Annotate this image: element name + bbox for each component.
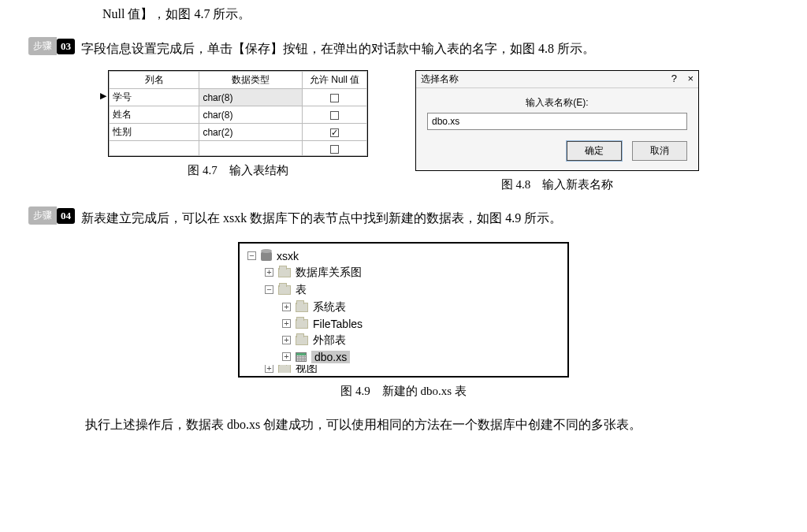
expand-icon[interactable]: + [265,268,273,277]
figure-caption-4-9: 图 4.9 新建的 dbo.xs 表 [16,384,791,399]
tree-label: 表 [296,283,307,297]
tree-label: xsxk [277,250,299,262]
tree-label: dbo.xs [311,351,350,363]
dialog-title: 选择名称 [421,73,459,86]
folder-icon [278,285,291,295]
step-badge-label: 步骤 [28,37,57,55]
cell-type [199,141,303,156]
folder-icon [296,319,308,329]
database-icon [261,251,272,261]
step-badge-04: 步骤 04 [28,206,75,225]
row-marker-icon: ▶ [100,91,106,101]
close-icon[interactable]: × [687,73,694,84]
tree-label: 系统表 [313,300,346,314]
intro-line: Null 值】，如图 4.7 所示。 [102,6,791,23]
tree-node-system-tables[interactable]: + 系统表 [247,299,560,316]
expand-icon[interactable]: + [265,365,273,373]
tree-node-views-cut[interactable]: + 视图 [247,365,560,373]
table-row[interactable]: 性别 char(2) [110,124,367,141]
cell-type: char(2) [199,124,303,141]
closing-paragraph: 执行上述操作后，数据表 dbo.xs 创建成功，可以使用相同的方法在一个数据库中… [60,413,763,437]
table-row[interactable]: 姓名 char(8) [110,106,367,124]
folder-icon [296,303,308,312]
tree-label: 数据库关系图 [296,266,362,280]
step-badge-label: 步骤 [28,206,57,225]
ok-button[interactable]: 确定 [567,141,622,161]
tree-view: − xsxk + 数据库关系图 − 表 + 系统表 + [238,242,569,378]
tree-label: 外部表 [313,333,346,348]
folder-icon [278,365,291,373]
step03-text: 字段信息设置完成后，单击【保存】按钮，在弹出的对话款中输入表的名字，如图 4.8… [81,37,791,61]
expand-icon[interactable]: + [282,319,291,328]
step-badge-03: 步骤 03 [28,37,75,55]
tree-node-filetables[interactable]: + FileTables [247,316,560,332]
dialog-prompt-label: 输入表名称(E): [427,96,687,110]
table-row[interactable] [110,141,367,156]
cell-name: 学号 [113,91,132,102]
step-badge-num: 03 [57,39,75,54]
cell-type: char(8) [199,106,303,124]
checkbox-null[interactable] [330,128,339,137]
cell-name [110,141,199,156]
cancel-button[interactable]: 取消 [632,141,687,161]
collapse-icon[interactable]: − [265,285,273,294]
step04-text: 新表建立完成后，可以在 xsxk 数据库下的表节点中找到新建的数据表，如图 4.… [81,206,791,230]
col-header-type: 数据类型 [199,72,303,89]
figure-caption-4-7: 图 4.7 输入表结构 [108,163,368,178]
figure-4-7: 列名 数据类型 允许 Null 值 ▶学号 char(8) 姓名 [108,70,368,192]
table-structure: 列名 数据类型 允许 Null 值 ▶学号 char(8) 姓名 [109,71,367,156]
expand-icon[interactable]: + [282,336,291,344]
col-header-name: 列名 [110,72,199,89]
folder-icon [296,336,308,345]
cell-name: 姓名 [110,106,199,124]
checkbox-null[interactable] [330,111,339,120]
tree-label: 视图 [296,365,318,373]
checkbox-null[interactable] [330,94,339,102]
figure-4-8: 选择名称 ? × 输入表名称(E): 确定 取消 图 4.8 输入新表名称 [415,70,699,192]
expand-icon[interactable]: + [282,303,291,311]
checkbox-null[interactable] [330,145,339,154]
tree-node-database[interactable]: − xsxk [247,248,560,264]
collapse-icon[interactable]: − [247,251,256,260]
tree-label: FileTables [313,318,363,330]
cell-name: 性别 [110,124,199,141]
folder-icon [278,268,291,277]
figure-caption-4-8: 图 4.8 输入新表名称 [415,177,699,192]
col-header-null: 允许 Null 值 [303,72,367,89]
dialog-choose-name: 选择名称 ? × 输入表名称(E): 确定 取消 [415,70,699,171]
table-icon [296,352,307,362]
tree-node-tables[interactable]: − 表 [247,281,560,299]
step-badge-num: 04 [57,208,75,224]
cell-type: char(8) [199,89,303,106]
figure-4-9: − xsxk + 数据库关系图 − 表 + 系统表 + [16,242,791,399]
help-icon[interactable]: ? [671,73,677,84]
tree-node-dbo-xs[interactable]: + dbo.xs [247,349,560,365]
tree-node-external-tables[interactable]: + 外部表 [247,332,560,349]
table-name-input[interactable] [427,113,687,130]
expand-icon[interactable]: + [282,352,291,361]
table-row[interactable]: ▶学号 char(8) [110,89,367,106]
tree-node-diagrams[interactable]: + 数据库关系图 [247,264,560,281]
